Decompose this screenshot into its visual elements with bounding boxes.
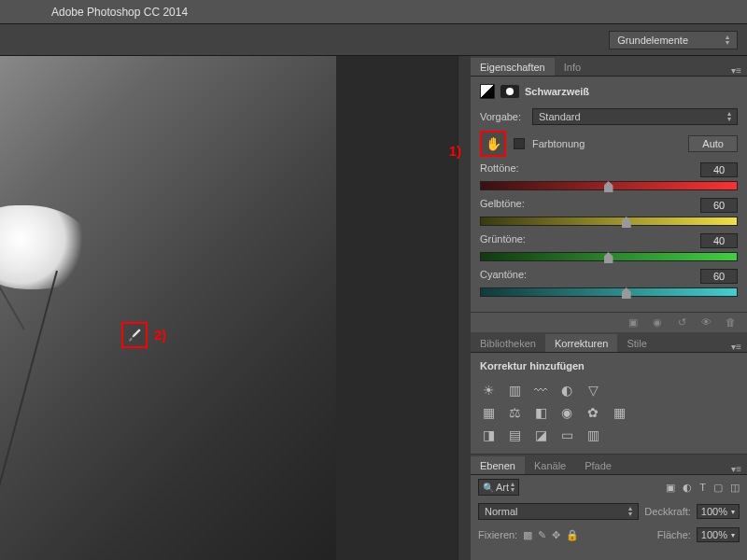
tab-styles[interactable]: Stile <box>617 334 655 352</box>
color-lookup-icon[interactable]: ▦ <box>611 405 627 420</box>
photo-filter-icon[interactable]: ◉ <box>558 405 575 420</box>
preset-label: Vorgabe: <box>480 111 525 122</box>
posterize-icon[interactable]: ▤ <box>506 427 523 442</box>
filter-smart-icon[interactable]: ◫ <box>730 482 740 494</box>
reds-slider[interactable] <box>480 181 738 190</box>
targeted-adjustment-cursor[interactable] <box>121 322 148 348</box>
app-title: Adobe Photoshop CC 2014 <box>51 6 188 19</box>
exposure-icon[interactable]: ◐ <box>558 383 575 398</box>
view-previous-icon[interactable]: ◉ <box>650 316 665 329</box>
hand-scrub-icon: ✋ <box>486 136 501 151</box>
filter-pixel-icon[interactable]: ▣ <box>666 482 675 494</box>
properties-tabs: Eigenschaften Info ▾≡ <box>471 56 747 77</box>
brightness-icon[interactable]: ☀ <box>480 383 497 398</box>
bw-icon[interactable]: ◧ <box>532 405 549 420</box>
title-bar: Adobe Photoshop CC 2014 <box>0 0 747 24</box>
adjustments-tabs: Bibliotheken Korrekturen Stile ▾≡ <box>471 332 747 353</box>
chevron-updown-icon <box>726 35 729 46</box>
filter-shape-icon[interactable]: ▢ <box>713 482 723 494</box>
preset-dropdown[interactable]: Standard <box>532 108 738 125</box>
cyans-slider[interactable] <box>480 287 738 297</box>
tint-checkbox[interactable] <box>514 138 525 149</box>
curves-icon[interactable]: 〰 <box>532 383 549 398</box>
lock-position-icon[interactable]: ✥ <box>552 529 560 541</box>
lock-transparency-icon[interactable]: ▩ <box>523 529 532 541</box>
greens-value[interactable]: 40 <box>700 233 738 248</box>
auto-button[interactable]: Auto <box>688 135 738 152</box>
tab-properties[interactable]: Eigenschaften <box>471 58 555 76</box>
chevron-updown-icon <box>727 111 731 122</box>
yellows-label: Gelbtöne: <box>480 198 525 213</box>
channel-mixer-icon[interactable]: ✿ <box>585 405 601 420</box>
adjustments-panel: Korrektur hinzufügen ☀ ▥ 〰 ◐ ▽ ▦ ⚖ ◧ ◉ ✿… <box>471 353 747 454</box>
opacity-label: Deckkraft: <box>644 506 691 517</box>
bw-adjustment-icon <box>480 84 495 99</box>
yellows-value[interactable]: 60 <box>700 198 738 213</box>
cyans-label: Cyantöne: <box>480 269 527 284</box>
reds-value[interactable]: 40 <box>700 162 738 177</box>
lock-image-icon[interactable]: ✎ <box>538 529 546 541</box>
layers-tabs: Ebenen Kanäle Pfade ▾≡ <box>471 455 747 475</box>
clip-to-layer-icon[interactable]: ▣ <box>626 316 641 329</box>
annotation-2: 2) <box>154 327 166 343</box>
annotation-1: 1) <box>449 143 461 159</box>
tab-corrections[interactable]: Korrekturen <box>545 334 617 352</box>
trash-icon[interactable]: 🗑 <box>723 316 738 329</box>
adjustment-title: Schwarzweiß <box>525 86 589 97</box>
reset-icon[interactable]: ↺ <box>674 316 689 329</box>
mask-icon[interactable] <box>500 85 519 98</box>
gradient-map-icon[interactable]: ▭ <box>558 427 575 442</box>
yellows-slider[interactable] <box>480 217 738 226</box>
selective-color-icon[interactable]: ▥ <box>585 427 601 442</box>
chevron-updown-icon <box>511 482 514 493</box>
hue-sat-icon[interactable]: ▦ <box>480 405 497 420</box>
invert-icon[interactable]: ◨ <box>480 427 497 442</box>
greens-label: Grüntöne: <box>480 233 526 248</box>
cyans-value[interactable]: 60 <box>700 269 738 284</box>
panel-menu-icon[interactable]: ▾≡ <box>731 464 747 474</box>
lock-all-icon[interactable]: 🔒 <box>566 529 579 541</box>
panel-menu-icon[interactable]: ▾≡ <box>731 342 747 352</box>
tint-label: Farbtonung <box>532 138 585 149</box>
canvas-scrollbar[interactable] <box>458 56 471 560</box>
eyedropper-icon <box>127 328 142 343</box>
properties-panel: Schwarzweiß Vorgabe: Standard ✋ Farbtonu… <box>471 77 747 312</box>
layer-filter-row: 🔍 Art ▣ ◐ T ▢ ◫ <box>471 475 747 499</box>
targeted-adjustment-tool[interactable]: ✋ <box>480 131 506 157</box>
color-balance-icon[interactable]: ⚖ <box>506 405 523 420</box>
image-content <box>0 56 336 560</box>
fill-label: Fläche: <box>657 529 691 540</box>
panel-menu-icon[interactable]: ▾≡ <box>731 65 747 76</box>
properties-footer: ▣ ◉ ↺ 👁 🗑 <box>471 312 747 332</box>
tab-layers[interactable]: Ebenen <box>471 456 525 474</box>
lock-label: Fixieren: <box>478 529 517 540</box>
chevron-updown-icon <box>628 506 632 517</box>
threshold-icon[interactable]: ◪ <box>532 427 549 442</box>
tab-channels[interactable]: Kanäle <box>525 456 575 474</box>
visibility-icon[interactable]: 👁 <box>698 316 713 329</box>
filter-type-dropdown[interactable]: 🔍 Art <box>478 479 519 496</box>
reds-label: Rottöne: <box>480 162 519 177</box>
workspace-label: Grundelemente <box>617 35 688 46</box>
fill-input[interactable]: 100%▾ <box>697 527 740 542</box>
greens-slider[interactable] <box>480 252 738 261</box>
filter-adjustment-icon[interactable]: ◐ <box>683 482 692 494</box>
vibrance-icon[interactable]: ▽ <box>585 383 601 398</box>
blend-mode-dropdown[interactable]: Normal <box>478 503 639 520</box>
workspace-dropdown[interactable]: Grundelemente <box>609 31 738 49</box>
levels-icon[interactable]: ▥ <box>506 383 523 398</box>
options-bar: Grundelemente <box>0 24 747 56</box>
tab-paths[interactable]: Pfade <box>575 456 621 474</box>
tab-info[interactable]: Info <box>555 58 590 76</box>
add-adjustment-label: Korrektur hinzufügen <box>480 360 738 371</box>
opacity-input[interactable]: 100%▾ <box>697 504 740 519</box>
filter-type-icon[interactable]: T <box>699 482 706 494</box>
tab-libraries[interactable]: Bibliotheken <box>471 334 545 352</box>
document-canvas[interactable]: 2) <box>0 56 458 560</box>
